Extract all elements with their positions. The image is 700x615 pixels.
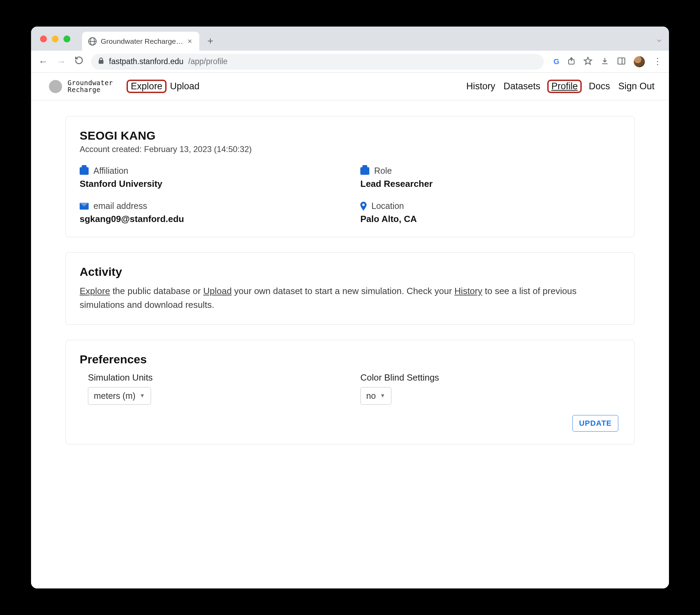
preferences-card: Preferences Simulation Units meters (m) …	[66, 340, 634, 444]
brand-line1: Groundwater	[68, 80, 113, 87]
chevron-down-icon: ▼	[140, 393, 145, 399]
brand-line2: Recharge	[68, 87, 113, 93]
location-label: Location	[371, 201, 404, 211]
role-label: Role	[374, 166, 392, 176]
profile-avatar[interactable]	[634, 56, 645, 67]
mail-icon	[80, 203, 89, 210]
back-button[interactable]: ←	[37, 56, 49, 67]
globe-icon	[88, 37, 97, 46]
bookmark-star-icon[interactable]	[583, 57, 592, 67]
briefcase-icon	[80, 167, 89, 175]
location-value: Palo Alto, CA	[360, 214, 620, 224]
forward-button[interactable]: →	[55, 56, 67, 67]
svg-rect-0	[99, 60, 103, 64]
share-icon[interactable]	[568, 57, 575, 67]
tabs-dropdown-button[interactable]: ⌵	[657, 35, 661, 44]
cb-label: Color Blind Settings	[360, 372, 612, 383]
window-fullscreen-button[interactable]	[63, 36, 70, 42]
url-path: /app/profile	[188, 57, 228, 66]
chevron-down-icon: ▼	[380, 393, 386, 399]
units-value: meters (m)	[94, 391, 136, 401]
address-bar[interactable]: fastpath.stanford.edu/app/profile	[91, 54, 544, 70]
briefcase-icon	[360, 167, 369, 175]
cb-value: no	[366, 391, 376, 401]
location-pin-icon	[360, 202, 367, 211]
nav-docs[interactable]: Docs	[587, 80, 611, 92]
affiliation-label: Affiliation	[93, 166, 128, 176]
pref-colorblind: Color Blind Settings no ▼	[360, 372, 612, 405]
svg-rect-3	[618, 58, 625, 64]
cb-select[interactable]: no ▼	[360, 387, 391, 405]
brand-text: Groundwater Recharge	[68, 80, 113, 93]
annotation-box-profile: Profile	[547, 80, 582, 93]
update-button[interactable]: UPDATE	[572, 415, 618, 432]
activity-title: Activity	[80, 265, 620, 279]
browser-window: Groundwater Recharge - Welco × + ⌵ ← → f…	[31, 27, 669, 588]
nav-left: Explore Upload	[127, 80, 201, 93]
field-location: Location Palo Alto, CA	[360, 201, 620, 224]
nav-right: History Datasets Profile Docs Sign Out	[465, 80, 656, 93]
annotation-box-explore: Explore	[127, 80, 167, 93]
tab-strip: Groundwater Recharge - Welco × + ⌵	[31, 27, 669, 51]
google-icon[interactable]: G	[553, 57, 559, 66]
svg-marker-2	[584, 57, 592, 64]
window-close-button[interactable]	[40, 36, 47, 42]
profile-card: SEOGI KANG Account created: February 13,…	[66, 116, 634, 237]
panel-icon[interactable]	[617, 57, 626, 66]
activity-t2: your own dataset to start a new simulati…	[232, 286, 454, 296]
app-header: Groundwater Recharge Explore Upload Hist…	[31, 73, 669, 100]
activity-explore-link[interactable]: Explore	[80, 286, 110, 296]
toolbar-right: G ⋮	[553, 56, 663, 67]
brand[interactable]: Groundwater Recharge	[49, 80, 113, 93]
field-affiliation: Affiliation Stanford University	[80, 166, 340, 189]
nav-profile[interactable]: Profile	[550, 80, 579, 92]
page-content: SEOGI KANG Account created: February 13,…	[31, 100, 669, 588]
nav-explore[interactable]: Explore	[129, 80, 164, 92]
activity-history-link[interactable]: History	[454, 286, 482, 296]
tab-title: Groundwater Recharge - Welco	[101, 37, 183, 46]
nav-signout[interactable]: Sign Out	[617, 80, 656, 92]
activity-text: Explore the public database or Upload yo…	[80, 284, 620, 312]
nav-datasets[interactable]: Datasets	[502, 80, 542, 92]
download-icon[interactable]	[601, 57, 609, 67]
profile-name: SEOGI KANG	[80, 129, 620, 142]
activity-t1: the public database or	[110, 286, 203, 296]
nav-upload[interactable]: Upload	[169, 80, 201, 92]
email-label: email address	[93, 201, 147, 211]
account-created: Account created: February 13, 2023 (14:5…	[80, 144, 620, 154]
activity-upload-link[interactable]: Upload	[203, 286, 231, 296]
new-tab-button[interactable]: +	[203, 33, 218, 49]
field-email: email address sgkang09@stanford.edu	[80, 201, 340, 224]
window-minimize-button[interactable]	[52, 36, 59, 42]
preferences-title: Preferences	[80, 353, 620, 366]
affiliation-value: Stanford University	[80, 179, 340, 189]
email-value: sgkang09@stanford.edu	[80, 214, 340, 224]
units-select[interactable]: meters (m) ▼	[88, 387, 151, 405]
activity-card: Activity Explore the public database or …	[66, 252, 634, 325]
lock-icon	[98, 57, 104, 66]
reload-button[interactable]	[73, 56, 85, 67]
url-host: fastpath.stanford.edu	[109, 57, 183, 66]
units-label: Simulation Units	[88, 372, 340, 383]
window-controls	[40, 36, 70, 42]
nav-history[interactable]: History	[465, 80, 497, 92]
field-role: Role Lead Researcher	[360, 166, 620, 189]
brand-logo-icon	[49, 80, 62, 93]
browser-toolbar: ← → fastpath.stanford.edu/app/profile G	[31, 51, 669, 73]
kebab-menu-icon[interactable]: ⋮	[653, 56, 663, 67]
browser-tab[interactable]: Groundwater Recharge - Welco ×	[82, 32, 199, 51]
pref-units: Simulation Units meters (m) ▼	[88, 372, 340, 405]
role-value: Lead Researcher	[360, 179, 620, 189]
tab-close-button[interactable]: ×	[188, 37, 192, 46]
